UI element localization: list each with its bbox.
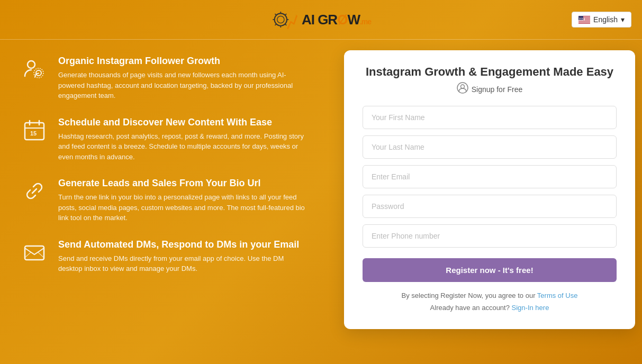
svg-line-8	[285, 14, 287, 15]
main-content: Organic Instagram Follower Growth Genera…	[0, 40, 642, 364]
card-footer: By selecting Register Now, you agree to …	[363, 289, 617, 314]
svg-point-1	[277, 16, 284, 23]
feature-leads-text: Generate Leads and Sales From Your Bio U…	[58, 178, 307, 223]
mail-icon	[21, 239, 48, 266]
svg-line-30	[25, 252, 31, 258]
svg-line-6	[275, 14, 276, 15]
feature-schedule-title: Schedule and Discover New Content With E…	[58, 117, 307, 128]
svg-point-33	[460, 85, 464, 88]
card-subtitle: Signup for Free	[363, 82, 617, 96]
language-selector[interactable]: ★★★ ★★★ English ▾	[572, 12, 631, 28]
feature-dms-text: Send Automated DMs, Respond to DMs in yo…	[58, 239, 307, 274]
user-circle-icon	[457, 82, 468, 96]
feature-organic-growth-title: Organic Instagram Follower Growth	[58, 56, 307, 67]
svg-line-31	[38, 252, 44, 258]
email-input[interactable]	[363, 165, 617, 188]
svg-rect-16	[578, 21, 590, 22]
first-name-input[interactable]	[363, 106, 617, 129]
terms-text: By selecting Register Now, you agree to …	[402, 292, 536, 299]
password-input[interactable]	[363, 195, 617, 218]
first-name-group	[363, 106, 617, 129]
signup-card: Instagram Growth & Engagement Made Easy …	[344, 50, 635, 329]
register-button[interactable]: Register now - It's free!	[363, 258, 617, 282]
card-title: Instagram Growth & Engagement Made Easy	[363, 65, 617, 79]
svg-line-9	[275, 24, 276, 25]
feature-dms-desc: Send and receive DMs directly from your …	[58, 253, 307, 274]
flag-icon: ★★★ ★★★	[578, 16, 590, 24]
chevron-down-icon: ▾	[621, 15, 625, 24]
feature-leads-desc: Turn the one link in your bio into a per…	[58, 192, 307, 223]
feature-organic-growth: Organic Instagram Follower Growth Genera…	[21, 56, 307, 101]
svg-rect-29	[25, 246, 44, 260]
svg-point-21	[28, 61, 35, 68]
last-name-input[interactable]	[363, 135, 617, 159]
left-panel: Organic Instagram Follower Growth Genera…	[0, 40, 328, 364]
logo: AI GRØW.me	[271, 6, 371, 33]
svg-text:★★★: ★★★	[579, 19, 585, 21]
feature-dms-title: Send Automated DMs, Respond to DMs in yo…	[58, 239, 307, 250]
last-name-group	[363, 135, 617, 159]
feature-organic-growth-desc: Generate thousands of page visits and ne…	[58, 70, 307, 101]
people-icon	[21, 56, 48, 82]
logo-icon	[271, 6, 297, 33]
terms-link[interactable]: Terms of Use	[537, 292, 578, 299]
svg-point-0	[275, 13, 287, 25]
lang-label: English	[593, 15, 618, 24]
header: AI GRØW.me ★★★ ★★★ English ▾	[0, 0, 642, 40]
feature-organic-growth-text: Organic Instagram Follower Growth Genera…	[58, 56, 307, 101]
phone-input[interactable]	[363, 224, 617, 248]
signin-link[interactable]: Sign-In here	[512, 304, 549, 312]
feature-dms: Send Automated DMs, Respond to DMs in yo…	[21, 239, 307, 274]
phone-group	[363, 224, 617, 248]
feature-schedule-text: Schedule and Discover New Content With E…	[58, 117, 307, 162]
email-group	[363, 165, 617, 188]
svg-rect-17	[578, 22, 590, 23]
signup-subtitle: Signup for Free	[472, 85, 523, 94]
logo-text: AI GRØW.me	[302, 13, 371, 26]
right-panel: Instagram Growth & Engagement Made Easy …	[328, 40, 642, 364]
svg-text:15: 15	[30, 130, 37, 136]
calendar-icon: 15	[21, 117, 48, 143]
signin-line: Already have an account? Sign-In here	[363, 302, 617, 314]
feature-leads-title: Generate Leads and Sales From Your Bio U…	[58, 178, 307, 189]
account-text: Already have an account?	[430, 304, 510, 312]
feature-schedule: 15 Schedule and Discover New Content Wit…	[21, 117, 307, 162]
feature-schedule-desc: Hashtag research, post analytics, repost…	[58, 131, 307, 162]
feature-leads: Generate Leads and Sales From Your Bio U…	[21, 178, 307, 223]
svg-line-7	[285, 24, 287, 25]
link-icon	[21, 178, 48, 204]
password-group	[363, 195, 617, 218]
terms-line: By selecting Register Now, you agree to …	[363, 289, 617, 302]
